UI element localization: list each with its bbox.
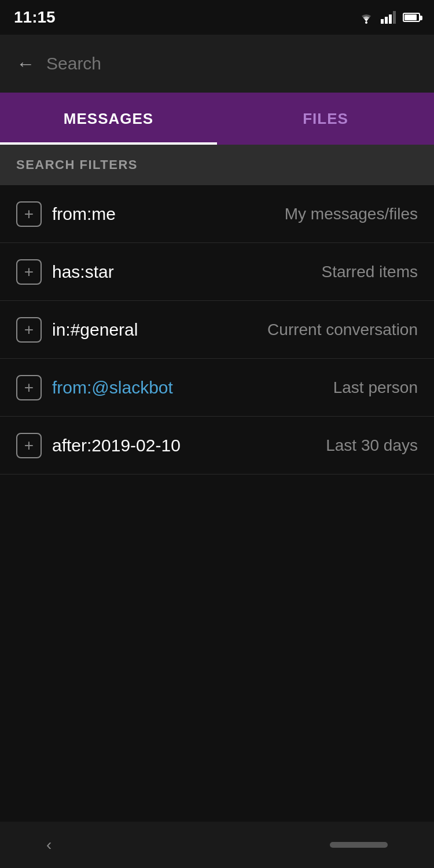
tab-files[interactable]: FILES [217,93,434,145]
status-bar: 11:15 [0,0,434,35]
wifi-icon [358,11,375,24]
filter-left: + in:#general [16,317,138,343]
filter-label: from:me [52,204,116,224]
back-button[interactable]: ← [16,53,35,75]
signal-icon [381,11,397,24]
add-filter-icon: + [16,375,42,400]
filter-label: has:star [52,262,114,282]
filter-left: + from:me [16,201,116,227]
filter-item-from-slackbot[interactable]: + from:@slackbot Last person [0,359,434,417]
nav-back-button[interactable]: ‹ [46,836,52,854]
filter-item-in-general[interactable]: + in:#general Current conversation [0,301,434,359]
battery-icon [403,13,420,22]
filter-item-from-me[interactable]: + from:me My messages/files [0,185,434,243]
tab-messages[interactable]: MESSAGES [0,93,217,145]
tabs: MESSAGES FILES [0,93,434,145]
filter-item-after-date[interactable]: + after:2019-02-10 Last 30 days [0,417,434,475]
status-time: 11:15 [14,8,56,27]
filter-list: + from:me My messages/files + has:star S… [0,185,434,475]
filters-header-text: SEARCH FILTERS [16,157,138,172]
add-filter-icon: + [16,201,42,227]
filter-label: from:@slackbot [52,378,173,398]
filter-description: My messages/files [285,205,418,223]
filter-description: Last person [333,378,418,397]
svg-rect-1 [381,19,384,24]
search-bar: ← [0,35,434,93]
filter-item-has-star[interactable]: + has:star Starred items [0,243,434,301]
filter-left: + from:@slackbot [16,375,173,400]
filter-left: + after:2019-02-10 [16,433,181,458]
bottom-nav: ‹ [0,822,434,868]
add-filter-icon: + [16,317,42,343]
filter-left: + has:star [16,259,114,285]
status-icons [358,11,420,24]
svg-point-0 [365,21,367,24]
filters-header: SEARCH FILTERS [0,145,434,185]
search-input[interactable] [46,54,418,73]
svg-rect-4 [393,11,396,24]
filter-label: in:#general [52,320,138,340]
filter-label: after:2019-02-10 [52,436,181,455]
add-filter-icon: + [16,259,42,285]
nav-home-indicator[interactable] [330,842,388,848]
filter-description: Starred items [322,263,418,281]
filter-description: Last 30 days [326,436,418,455]
svg-rect-3 [389,14,392,24]
filter-description: Current conversation [267,321,418,339]
add-filter-icon: + [16,433,42,458]
svg-rect-2 [385,17,388,24]
